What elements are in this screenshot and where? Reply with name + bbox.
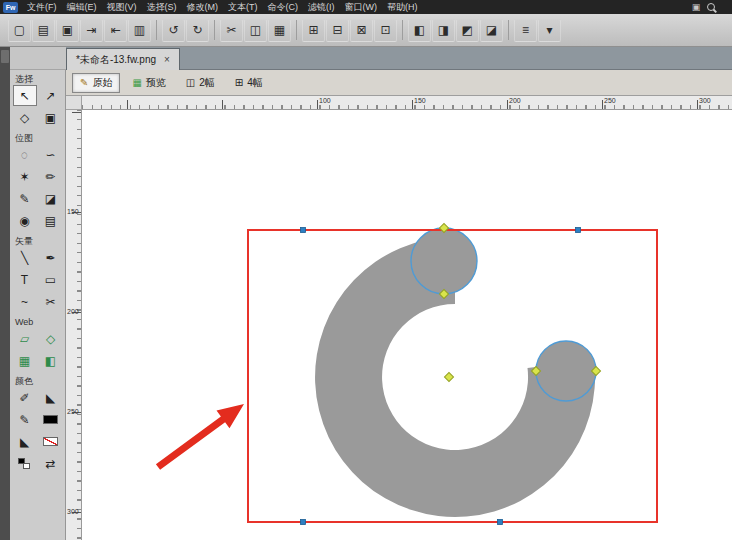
- swap-colors-button[interactable]: ⇄: [39, 453, 63, 474]
- ruler-major-ticks: [72, 110, 81, 540]
- subselection-icon: ↗: [45, 89, 55, 103]
- view-mode-4up[interactable]: ⊞ 4幅: [227, 73, 271, 93]
- menu-commands[interactable]: 命令(C): [263, 0, 304, 14]
- menu-text[interactable]: 文本(T): [223, 0, 263, 14]
- view-mode-preview[interactable]: ▦ 预览: [124, 73, 173, 93]
- magic-wand-icon: ✶: [19, 170, 29, 184]
- paste-button[interactable]: ▦: [268, 19, 291, 42]
- workspace-switcher-icon[interactable]: ▣: [687, 2, 705, 12]
- paint-bucket-tool[interactable]: ◣: [39, 387, 63, 408]
- selection-handle[interactable]: [576, 228, 581, 233]
- view-mode-2up[interactable]: ◫ 2幅: [178, 73, 223, 93]
- bring-to-front-button[interactable]: ◧: [408, 19, 431, 42]
- lasso-tool[interactable]: ∽: [39, 144, 63, 165]
- align-button[interactable]: ≡: [514, 19, 537, 42]
- rectangle-tool[interactable]: ▭: [39, 269, 63, 290]
- eyedropper-icon: ✐: [19, 391, 29, 405]
- section-colors-label: 颜色: [10, 372, 65, 387]
- knife-icon: ✂: [45, 295, 55, 309]
- slice-tool[interactable]: ▦: [13, 350, 37, 371]
- export-button[interactable]: ⇤: [104, 19, 127, 42]
- toolbar-menu-button[interactable]: ▾: [538, 19, 561, 42]
- blur-tool[interactable]: ◉: [13, 210, 37, 231]
- stroke-color-swatch[interactable]: [43, 415, 58, 424]
- menu-view[interactable]: 视图(V): [102, 0, 142, 14]
- group-button[interactable]: ◩: [456, 19, 479, 42]
- polygon-hotspot-tool[interactable]: ◇: [39, 328, 63, 349]
- pencil-tool[interactable]: ✎: [13, 188, 37, 209]
- freeform-icon: ~: [21, 295, 28, 309]
- document-tab[interactable]: *未命名-13.fw.png ×: [66, 48, 180, 70]
- pen-icon: ✒: [45, 251, 55, 265]
- rubber-stamp-icon: ▤: [45, 214, 56, 228]
- panel-collapse-handle[interactable]: [1, 50, 9, 63]
- import-button[interactable]: ⇥: [80, 19, 103, 42]
- ruler-label: 250: [604, 97, 616, 104]
- menu-file[interactable]: 文件(F): [22, 0, 62, 14]
- eraser-tool[interactable]: ◪: [39, 188, 63, 209]
- new-document-button[interactable]: ▢: [8, 19, 31, 42]
- subselection-tool[interactable]: ↗: [39, 85, 63, 106]
- stroke-color-well[interactable]: [39, 409, 63, 430]
- crop-tool[interactable]: ▣: [39, 107, 63, 128]
- tab-strip: *未命名-13.fw.png ×: [0, 47, 732, 70]
- send-to-back-button[interactable]: ◨: [432, 19, 455, 42]
- top-end-ellipse[interactable]: [411, 228, 477, 294]
- knife-tool[interactable]: ✂: [39, 291, 63, 312]
- center-control-point[interactable]: [444, 372, 453, 381]
- show-slices-button[interactable]: ⊠: [350, 19, 373, 42]
- right-end-ellipse[interactable]: [536, 341, 596, 401]
- rectangle-hotspot-tool[interactable]: ▱: [13, 328, 37, 349]
- selection-handle[interactable]: [498, 520, 503, 525]
- open-button[interactable]: ▤: [32, 19, 55, 42]
- selection-handle[interactable]: [301, 520, 306, 525]
- menu-select[interactable]: 选择(S): [142, 0, 182, 14]
- save-button[interactable]: ▣: [56, 19, 79, 42]
- menu-window[interactable]: 窗口(W): [340, 0, 383, 14]
- menu-edit[interactable]: 编辑(E): [62, 0, 102, 14]
- menubar: Fw 文件(F) 编辑(E) 视图(V) 选择(S) 修改(M) 文本(T) 命…: [0, 0, 732, 14]
- crop-icon: ▣: [45, 111, 56, 125]
- menu-filters[interactable]: 滤镜(I): [303, 0, 340, 14]
- fill-color-well[interactable]: [39, 431, 63, 452]
- ruler-origin-box[interactable]: [66, 96, 82, 110]
- view-mode-original[interactable]: ✎ 原始: [72, 73, 120, 93]
- tab-close-icon[interactable]: ×: [164, 54, 170, 65]
- cut-button[interactable]: ✂: [220, 19, 243, 42]
- rubber-stamp-tool[interactable]: ▤: [39, 210, 63, 231]
- menu-help[interactable]: 帮助(H): [382, 0, 423, 14]
- pen-tool[interactable]: ✒: [39, 247, 63, 268]
- show-grid-button[interactable]: ⊞: [302, 19, 325, 42]
- undo-button[interactable]: ↺: [162, 19, 185, 42]
- app-icon[interactable]: Fw: [3, 2, 18, 13]
- tools-panel: 选择 ↖ ↗ ◇ ▣ 位图 ◌ ∽ ✶ ✏ ✎ ◪ ◉ ▤ 矢量 ╲ ✒: [10, 70, 66, 540]
- ruler-label: 300: [67, 508, 79, 515]
- search-icon[interactable]: [705, 1, 718, 14]
- fill-color-swatch[interactable]: [43, 437, 58, 446]
- document-canvas[interactable]: [82, 110, 732, 540]
- redo-button[interactable]: ↻: [186, 19, 209, 42]
- marquee-tool[interactable]: ◌: [13, 144, 37, 165]
- polygon-slice-tool[interactable]: ◧: [39, 350, 63, 371]
- default-colors-button[interactable]: [13, 453, 37, 474]
- line-tool[interactable]: ╲: [13, 247, 37, 268]
- magic-wand-tool[interactable]: ✶: [13, 166, 37, 187]
- text-tool[interactable]: T: [13, 269, 37, 290]
- ungroup-button[interactable]: ◪: [480, 19, 503, 42]
- stroke-color-icon: ✎: [13, 409, 37, 430]
- menu-modify[interactable]: 修改(M): [182, 0, 224, 14]
- show-guides-button[interactable]: ⊟: [326, 19, 349, 42]
- freeform-tool[interactable]: ~: [13, 291, 37, 312]
- rectangle-hotspot-icon: ▱: [20, 332, 29, 346]
- hide-edges-button[interactable]: ⊡: [374, 19, 397, 42]
- panel-header-area: [10, 47, 66, 70]
- eyedropper-tool[interactable]: ✐: [13, 387, 37, 408]
- scale-tool[interactable]: ◇: [13, 107, 37, 128]
- brush-tool[interactable]: ✏: [39, 166, 63, 187]
- pointer-tool[interactable]: ↖: [13, 85, 37, 106]
- selection-handle[interactable]: [301, 228, 306, 233]
- annotation-arrow: [156, 404, 244, 470]
- fill-color-icon: ◣: [13, 431, 37, 452]
- print-button[interactable]: ▥: [128, 19, 151, 42]
- copy-button[interactable]: ◫: [244, 19, 267, 42]
